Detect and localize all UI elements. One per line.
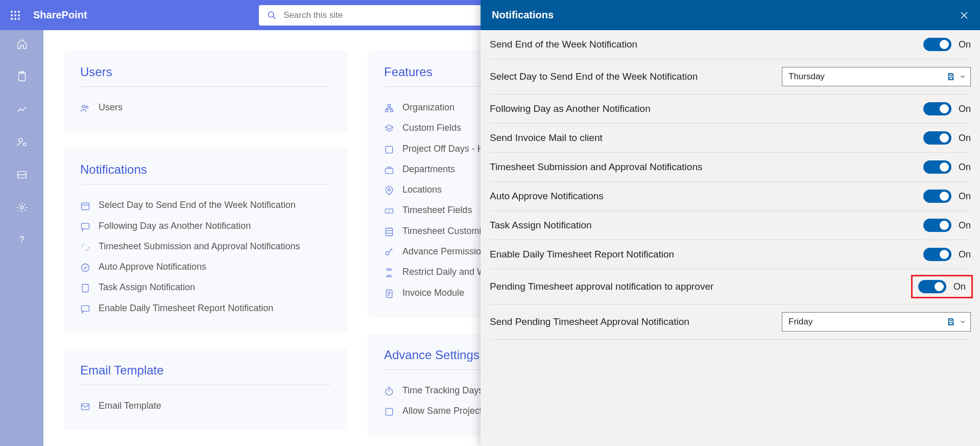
brand-label[interactable]: SharePoint	[30, 9, 97, 21]
svg-point-1	[14, 11, 16, 13]
panel-row-label: Enable Daily Timesheet Report Notificati…	[490, 249, 674, 260]
save-icon[interactable]	[947, 73, 955, 81]
list-item[interactable]: Task Assign Notification	[80, 277, 331, 297]
email-template-card: Email Template Email Template	[64, 349, 347, 430]
svg-rect-52	[949, 319, 952, 320]
panel-row-control: On	[923, 38, 971, 51]
waffle-button[interactable]	[0, 10, 30, 20]
panel-row-control: Thursday	[782, 67, 971, 86]
close-icon[interactable]	[960, 11, 969, 20]
chart-icon[interactable]	[16, 104, 28, 115]
panel-row-control: On	[923, 248, 971, 261]
svg-rect-26	[82, 404, 89, 410]
briefcase-icon	[384, 165, 394, 175]
layout-icon[interactable]	[16, 169, 28, 180]
svg-point-14	[23, 143, 26, 146]
svg-rect-22	[82, 223, 89, 229]
chevron-down-icon[interactable]	[959, 73, 966, 80]
panel-row-label: Timesheet Submission and Approval Notifi…	[490, 161, 702, 173]
panel-row-label: Pending Timesheet approval notification …	[490, 281, 713, 292]
users-card: Users Users	[64, 51, 347, 132]
left-sidebar: ?	[0, 30, 43, 446]
svg-rect-29	[391, 110, 393, 112]
panel-row-control: Friday	[782, 312, 971, 332]
list-item[interactable]: Timesheet Submission and Approval Notifi…	[80, 236, 331, 256]
panel-row-control: On	[923, 102, 971, 115]
select-value: Friday	[788, 317, 812, 327]
panel-row: Enable Daily Timesheet Report Notificati…	[490, 240, 971, 269]
toggle-state: On	[959, 220, 971, 231]
sheet-icon	[384, 227, 394, 237]
svg-point-7	[14, 18, 16, 20]
search-icon	[267, 10, 276, 20]
svg-point-39	[386, 251, 389, 255]
toggle[interactable]	[923, 38, 951, 51]
gear-icon[interactable]	[16, 202, 28, 213]
toggle[interactable]	[923, 131, 951, 145]
panel-row: Send Invoice Mail to clientOn	[490, 124, 971, 153]
day-select[interactable]: Thursday	[782, 67, 971, 86]
panel-row-label: Send Invoice Mail to client	[490, 132, 603, 144]
svg-point-2	[18, 11, 20, 13]
day-select[interactable]: Friday	[782, 312, 971, 332]
hourglass-icon	[384, 268, 394, 278]
save-icon[interactable]	[947, 318, 955, 326]
list-item[interactable]: Auto Approve Notifications	[80, 256, 331, 277]
toggle[interactable]	[923, 190, 951, 203]
search-box[interactable]	[259, 5, 484, 26]
svg-point-6	[11, 18, 13, 20]
toggle-state: On	[959, 133, 971, 144]
key-icon	[384, 247, 394, 257]
panel-row-label: Send End of the Week Notification	[490, 39, 637, 50]
panel-header: Notifications	[481, 0, 980, 30]
list-item[interactable]: Following Day as Another Notification	[80, 216, 331, 236]
panel-row: Pending Timesheet approval notification …	[490, 269, 971, 304]
svg-point-33	[388, 189, 391, 191]
list-item[interactable]: Select Day to Send End of the Week Notif…	[80, 195, 331, 215]
calendar-icon	[80, 201, 90, 211]
chat-icon	[80, 304, 90, 314]
list-item[interactable]: Email Template	[80, 395, 331, 416]
list-item[interactable]: Users	[80, 97, 331, 118]
toggle[interactable]	[923, 248, 951, 261]
svg-point-18	[82, 105, 85, 108]
panel-title: Notifications	[492, 9, 554, 21]
list-item[interactable]: Enable Daily Timesheet Report Notificati…	[80, 298, 331, 318]
svg-point-44	[386, 388, 392, 395]
panel-row-control: On	[923, 219, 971, 232]
select-value: Thursday	[788, 72, 825, 82]
notifications-panel: Notifications Send End of the Week Notif…	[481, 0, 980, 446]
help-icon[interactable]: ?	[19, 234, 24, 245]
svg-rect-36	[386, 228, 392, 236]
toggle[interactable]	[923, 102, 951, 115]
svg-point-0	[11, 11, 13, 13]
svg-rect-51	[949, 77, 952, 80]
toggle-state: On	[959, 162, 971, 173]
home-icon[interactable]	[16, 38, 28, 50]
panel-body: Send End of the Week NotificationOnSelec…	[481, 30, 980, 446]
org-icon	[384, 103, 394, 113]
location-icon	[384, 185, 394, 196]
toggle[interactable]	[923, 219, 951, 232]
invoice-icon	[384, 289, 394, 299]
panel-row-label: Auto Approve Notifications	[490, 191, 604, 202]
toggle-state: On	[959, 104, 971, 114]
panel-row-control: On	[918, 280, 966, 293]
user-gear-icon[interactable]	[16, 136, 28, 148]
panel-row-control: On	[923, 190, 971, 203]
clipboard-icon[interactable]	[16, 71, 28, 82]
search-input[interactable]	[283, 10, 475, 20]
panel-row: Select Day to Send End of the Week Notif…	[490, 59, 971, 95]
text-field-icon: T	[384, 206, 394, 216]
chevron-down-icon[interactable]	[959, 318, 966, 325]
svg-point-5	[18, 14, 20, 16]
waffle-icon	[10, 10, 20, 20]
svg-rect-24	[82, 285, 88, 292]
square-icon	[384, 407, 394, 417]
svg-rect-31	[386, 146, 392, 153]
mail-icon	[80, 402, 90, 412]
toggle-state: On	[959, 249, 971, 260]
toggle[interactable]	[918, 280, 946, 293]
panel-row-label: Following Day as Another Notification	[490, 103, 651, 114]
toggle[interactable]	[923, 160, 951, 174]
